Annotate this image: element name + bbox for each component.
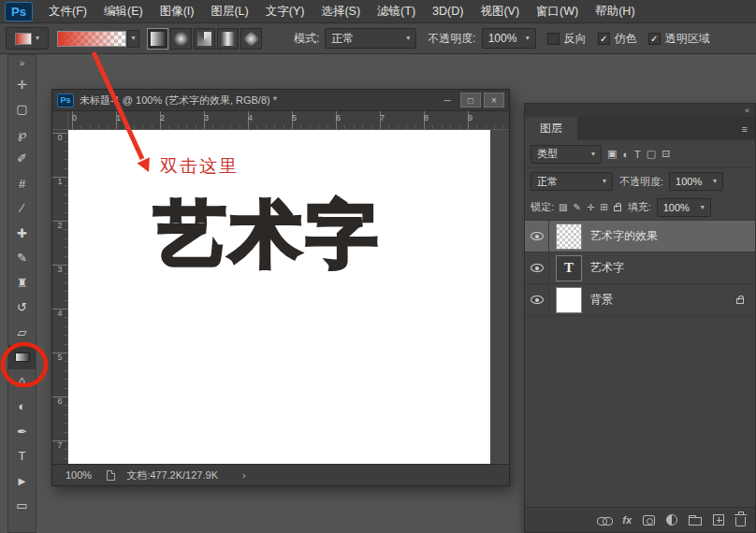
opacity-select[interactable]: 100% ▾ (482, 28, 536, 49)
dither-checkbox[interactable]: ✓ 仿色 (598, 31, 637, 47)
gradient-editor-preview[interactable] (57, 31, 126, 47)
new-layer-icon[interactable] (713, 514, 724, 526)
gradient-type-buttons (147, 28, 262, 50)
lock-all-icon[interactable] (614, 206, 621, 211)
panel-menu-icon[interactable]: ≡ (734, 117, 755, 140)
menu-window[interactable]: 窗口(W) (528, 0, 587, 22)
brush-icon: ✎ (17, 252, 27, 264)
menu-edit[interactable]: 编辑(E) (95, 0, 152, 22)
lock-position-icon[interactable]: ✛ (587, 202, 594, 212)
close-button[interactable]: × (484, 93, 504, 108)
layer-name[interactable]: 艺术字的效果 (590, 228, 658, 244)
menu-type[interactable]: 文字(Y) (257, 0, 313, 22)
linear-gradient-button[interactable] (147, 28, 168, 50)
annotation-hint-text: 双击这里 (160, 154, 239, 179)
linear-gradient-icon (151, 32, 165, 46)
vertical-ruler[interactable]: 0 1 2 3 4 5 6 7 (52, 130, 68, 464)
add-mask-icon[interactable] (643, 515, 655, 526)
menu-select[interactable]: 选择(S) (313, 0, 369, 22)
pixel-filter-icon[interactable]: ▣ (607, 148, 617, 160)
history-brush-tool[interactable]: ↺ (8, 295, 36, 321)
art-text: 艺术字 (154, 195, 382, 274)
new-group-icon[interactable] (689, 517, 702, 526)
eye-icon (531, 295, 544, 304)
menu-3d[interactable]: 3D(D) (424, 0, 472, 22)
menu-layer[interactable]: 图层(L) (202, 0, 256, 22)
zoom-level-field[interactable]: 100% (65, 469, 92, 481)
lock-image-pixels-icon[interactable]: ✎ (574, 202, 581, 212)
lock-artboard-icon[interactable]: ⊞ (600, 202, 607, 212)
clone-stamp-tool[interactable]: ♜ (8, 270, 36, 295)
layer-thumbnail[interactable] (556, 287, 582, 313)
menu-filter[interactable]: 滤镜(T) (369, 0, 424, 22)
layer-name[interactable]: 艺术字 (590, 260, 624, 276)
layer-row-effect[interactable]: 艺术字的效果 (525, 221, 755, 252)
minimize-button[interactable]: ─ (437, 93, 458, 108)
spot-healing-tool[interactable]: ✚ (8, 221, 36, 246)
menu-image[interactable]: 图像(I) (152, 0, 203, 22)
canvas[interactable]: 双击这里 艺术字 (68, 130, 490, 464)
layer-row-text[interactable]: T 艺术字 (525, 252, 755, 284)
gradient-tool[interactable] (8, 345, 36, 370)
toolbar-collapse-button[interactable]: » (8, 55, 36, 72)
ruler-origin-corner[interactable] (52, 111, 68, 130)
layer-name[interactable]: 背景 (590, 292, 613, 308)
layer-blend-mode-select[interactable]: 正常 ▾ (531, 172, 613, 191)
visibility-toggle[interactable] (525, 221, 549, 252)
layer-thumbnail[interactable] (556, 223, 582, 250)
ruler-number: 7 (380, 111, 424, 129)
blur-tool[interactable]: ◊ (8, 369, 36, 395)
lock-transparent-pixels-icon[interactable]: ▨ (559, 202, 567, 212)
filter-type-select[interactable]: 类型 ▾ (531, 145, 602, 164)
angle-gradient-button[interactable] (194, 28, 215, 50)
horizontal-ruler[interactable]: 0 1 2 3 4 5 6 7 8 9 (68, 111, 509, 130)
collapse-panels-icon[interactable]: « (745, 106, 749, 115)
quick-selection-tool[interactable]: ✐ (8, 147, 36, 172)
tab-layers[interactable]: 图层 (525, 117, 577, 140)
document-title-bar[interactable]: Ps 未标题-1 @ 100% (艺术字的效果, RGB/8) * ─ □ × (52, 90, 509, 111)
fill-select[interactable]: 100% ▾ (657, 198, 711, 217)
checkbox-box: ✓ (648, 33, 661, 45)
link-layers-icon[interactable] (597, 517, 611, 524)
layer-style-fx-icon[interactable]: fx (622, 515, 632, 526)
reflected-gradient-button[interactable] (217, 28, 239, 50)
type-filter-icon[interactable]: T (634, 149, 641, 160)
type-tool[interactable]: T (8, 444, 36, 469)
reverse-checkbox[interactable]: 反向 (547, 31, 587, 47)
blend-mode-select[interactable]: 正常 ▾ (325, 28, 416, 49)
visibility-toggle[interactable] (525, 252, 549, 283)
delete-layer-icon[interactable] (735, 517, 746, 526)
menu-file[interactable]: 文件(F) (40, 0, 95, 22)
smart-object-filter-icon[interactable]: ⊡ (662, 148, 670, 160)
eyedropper-tool[interactable]: ∕ (8, 196, 36, 222)
visibility-toggle[interactable] (525, 284, 549, 315)
brush-tool[interactable]: ✎ (8, 246, 36, 271)
layer-row-background[interactable]: 背景 (525, 284, 755, 316)
tool-preset-picker[interactable]: ▾ (6, 27, 49, 50)
path-selection-tool[interactable]: ► (8, 468, 36, 494)
shape-filter-icon[interactable]: ▢ (647, 148, 656, 160)
rectangle-tool[interactable]: ▭ (8, 494, 36, 519)
dodge-tool[interactable]: ◐ (8, 395, 36, 420)
layer-opacity-select[interactable]: 100% ▾ (669, 172, 723, 191)
adjustment-filter-icon[interactable]: ◐ (622, 149, 629, 160)
filter-type-value: 类型 (537, 147, 558, 161)
move-tool[interactable]: ✛ (8, 72, 36, 97)
menu-help[interactable]: 帮助(H) (587, 0, 643, 22)
radial-gradient-button[interactable] (170, 28, 192, 50)
text-layer-thumbnail[interactable]: T (556, 255, 582, 281)
adjustment-layer-icon[interactable] (666, 514, 677, 526)
rectangular-marquee-tool[interactable]: ▢ (8, 97, 36, 122)
diamond-gradient-button[interactable] (240, 28, 262, 50)
crop-tool[interactable]: # (8, 171, 36, 196)
pen-tool[interactable]: ✒ (8, 419, 36, 444)
status-menu-chevron[interactable]: › (242, 469, 246, 481)
maximize-button[interactable]: □ (460, 93, 481, 108)
document-size-info[interactable]: 文档:477.2K/127.9K (126, 468, 218, 483)
menu-view[interactable]: 视图(V) (472, 0, 528, 22)
transparency-checkbox[interactable]: ✓ 透明区域 (648, 31, 710, 47)
lasso-tool[interactable]: ℘ (8, 122, 36, 147)
eraser-tool[interactable]: ▱ (8, 320, 36, 345)
gradient-picker-dropdown[interactable]: ▾ (127, 30, 139, 48)
ruler-number: 0 (57, 133, 62, 177)
